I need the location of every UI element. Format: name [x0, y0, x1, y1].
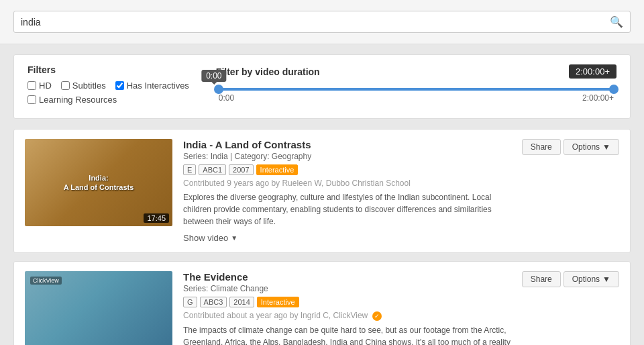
video-desc-2: The impacts of climate change can be qui…	[183, 324, 522, 345]
video-contributed-2: Contributed about a year ago by Ingrid C…	[183, 311, 522, 321]
filter-hd-label: HD	[39, 81, 52, 91]
video-top-row-1: India - A Land of Contrasts Series: Indi…	[183, 139, 619, 243]
video-thumb-1[interactable]: India: A Land of Contrasts 17:45	[25, 139, 172, 226]
slider-labels: 0:00 2:00:00+	[219, 93, 614, 103]
filter-learning-label: Learning Resources	[39, 95, 117, 105]
options-label-2: Options	[572, 275, 600, 284]
video-series-2: Series: Climate Change	[183, 284, 522, 293]
filter-subtitles-checkbox[interactable]	[61, 81, 70, 90]
video-meta-1: India - A Land of Contrasts Series: Indi…	[183, 139, 522, 243]
filters-title: Filters	[28, 64, 189, 75]
filter-hd[interactable]: HD	[28, 81, 52, 91]
slider-min-label: 0:00	[219, 93, 234, 103]
options-button-2[interactable]: Options ▼	[564, 271, 619, 287]
search-input[interactable]	[21, 17, 610, 28]
options-label-1: Options	[572, 142, 600, 152]
video-meta-2: The Evidence Series: Climate Change G AB…	[183, 271, 522, 345]
video-title-1: India - A Land of Contrasts	[183, 139, 522, 150]
video-card-1: India: A Land of Contrasts 17:45 India -…	[13, 129, 631, 253]
tag-e: E	[183, 164, 196, 175]
video-thumb-2[interactable]: ClickView 36:48	[25, 271, 172, 345]
slider-thumb-right[interactable]	[609, 85, 619, 94]
filter-row-2: Learning Resources	[28, 95, 189, 105]
tag-interactive-1: Interactive	[256, 164, 299, 175]
filter-subtitles[interactable]: Subtitles	[61, 81, 106, 91]
tag-abc3: ABC3	[200, 297, 227, 307]
filter-row-1: HD Subtitles Has Interactives	[28, 81, 189, 91]
duration-title: Filter by video duration	[216, 66, 320, 77]
verify-icon: ✓	[372, 311, 382, 321]
video-tags-2: G ABC3 2014 Interactive	[183, 297, 522, 307]
filter-interactives[interactable]: Has Interactives	[115, 81, 189, 91]
options-chevron-icon-1: ▼	[602, 142, 610, 152]
video-info-2: The Evidence Series: Climate Change G AB…	[183, 271, 619, 345]
tag-interactive-2: Interactive	[257, 297, 299, 307]
filter-interactives-checkbox[interactable]	[115, 81, 124, 90]
search-icon: 🔍	[610, 15, 623, 28]
show-video-button-1[interactable]: Show video ▼	[183, 233, 237, 243]
video-desc-1: Explores the diverse geography, culture …	[183, 191, 522, 228]
tag-2014: 2014	[229, 297, 254, 307]
share-button-1[interactable]: Share	[522, 139, 561, 155]
filter-interactives-label: Has Interactives	[127, 81, 189, 91]
duration-filter: Filter by video duration 2:00:00+ 0:00 0…	[216, 64, 616, 103]
slider-track: 0:00	[219, 88, 614, 91]
filter-subtitles-label: Subtitles	[72, 81, 106, 91]
share-button-2[interactable]: Share	[522, 271, 561, 287]
video-tags-1: E ABC1 2007 Interactive	[183, 164, 522, 175]
filter-learning[interactable]: Learning Resources	[28, 95, 117, 105]
slider-tooltip: 0:00	[201, 70, 226, 82]
video-title-2: The Evidence	[183, 271, 522, 283]
video-series-1: Series: India | Category: Geography	[183, 152, 522, 161]
chevron-down-icon-1: ▼	[231, 234, 237, 242]
filters-panel: Filters HD Subtitles Has Interactives Le…	[13, 54, 631, 119]
slider-thumb-left[interactable]: 0:00	[214, 85, 223, 94]
show-video-label-1: Show video	[183, 233, 228, 243]
tag-2007: 2007	[229, 164, 253, 175]
video-card-2: ClickView 36:48 The Evidence Series: Cli…	[13, 261, 631, 345]
filter-learning-checkbox[interactable]	[28, 95, 36, 104]
video-top-row-2: The Evidence Series: Climate Change G AB…	[183, 271, 619, 345]
video-actions-2: Share Options ▼	[522, 271, 619, 287]
duration-header: Filter by video duration 2:00:00+	[216, 64, 616, 79]
thumb-india-text: India: A Land of Contrasts	[64, 173, 134, 193]
duration-badge: 2:00:00+	[569, 64, 616, 79]
search-bar-wrap: 🔍	[0, 0, 644, 44]
slider-max-label: 2:00:00+	[582, 93, 614, 103]
filters-left: Filters HD Subtitles Has Interactives Le…	[28, 64, 189, 109]
options-chevron-icon-2: ▼	[602, 275, 610, 284]
filter-hd-checkbox[interactable]	[28, 81, 36, 90]
options-button-1[interactable]: Options ▼	[564, 139, 619, 155]
tag-abc1: ABC1	[199, 164, 226, 175]
video-contributed-1: Contributed 9 years ago by Rueleen W, Du…	[183, 179, 522, 188]
slider-fill	[219, 88, 614, 91]
tag-g: G	[183, 297, 197, 307]
video-actions-1: Share Options ▼	[522, 139, 619, 155]
thumb-duration-1: 17:45	[144, 213, 169, 223]
video-info-1: India - A Land of Contrasts Series: Indi…	[183, 139, 619, 243]
search-bar: 🔍	[13, 11, 631, 33]
slider-wrap: 0:00 0:00 2:00:00+	[216, 88, 616, 103]
thumb-evidence-text: ClickView	[30, 277, 62, 285]
